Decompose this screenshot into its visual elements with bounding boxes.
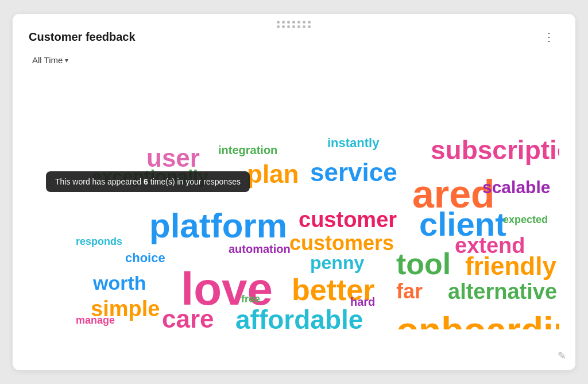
word-penny[interactable]: penny	[310, 254, 364, 272]
edit-icon: ✎	[558, 350, 566, 362]
word-free[interactable]: free	[241, 294, 260, 304]
word-instantly[interactable]: instantly	[327, 137, 379, 149]
card-title: Customer feedback	[29, 30, 136, 44]
word-expected[interactable]: expected	[503, 214, 548, 225]
drag-handle[interactable]	[277, 21, 311, 28]
word-care[interactable]: care	[162, 306, 214, 329]
more-options-button[interactable]: ⋮	[539, 28, 559, 46]
customer-feedback-card: Customer feedback ⋮ All Time ▾ This word…	[13, 14, 575, 370]
word-tool[interactable]: tool	[396, 249, 451, 279]
word-manage[interactable]: manage	[76, 315, 115, 325]
word-subscription[interactable]: subscription	[431, 137, 559, 163]
word-friendly[interactable]: friendly	[465, 254, 556, 279]
word-platform[interactable]: platform	[149, 209, 287, 243]
chevron-down-icon: ▾	[65, 56, 68, 64]
card-header: Customer feedback ⋮	[29, 28, 559, 46]
word-affordable[interactable]: affordable	[235, 306, 363, 329]
word-plan[interactable]: plan	[247, 162, 299, 187]
word-hard[interactable]: hard	[350, 296, 375, 308]
time-filter-label: All Time	[32, 55, 63, 65]
word-choice[interactable]: choice	[125, 252, 165, 264]
word-exceptionally[interactable]: exceptionally	[92, 167, 208, 186]
word-service[interactable]: service	[310, 160, 397, 185]
word-customer[interactable]: customer	[299, 209, 397, 231]
word-integration[interactable]: integration	[218, 144, 277, 156]
word-cloud: This word has appeared 6 time(s) in your…	[29, 76, 559, 329]
time-filter-button[interactable]: All Time ▾	[29, 53, 72, 67]
word-far[interactable]: far	[396, 281, 423, 302]
word-alternative[interactable]: alternative	[448, 281, 557, 302]
word-customers[interactable]: customers	[289, 233, 394, 254]
word-onboarding[interactable]: onboarding	[396, 312, 559, 329]
word-responds[interactable]: responds	[76, 236, 122, 247]
word-scalable[interactable]: scalable	[482, 179, 550, 196]
word-automation[interactable]: automation	[229, 243, 291, 255]
word-worth[interactable]: worth	[93, 273, 146, 293]
filter-row: All Time ▾	[29, 53, 559, 67]
